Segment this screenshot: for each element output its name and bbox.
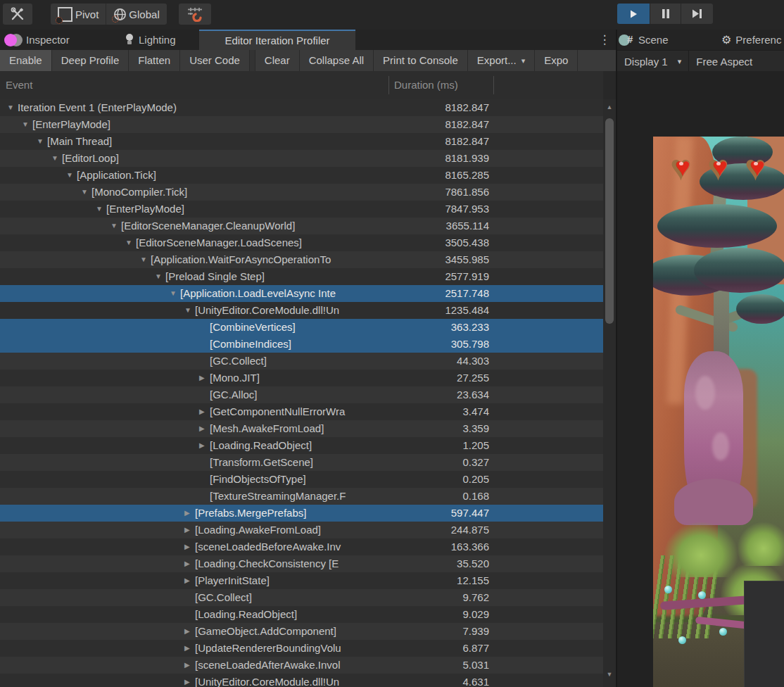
tree-expand-icon[interactable]: ▶ bbox=[184, 505, 190, 522]
display-dropdown[interactable]: Display 1 ▾ bbox=[617, 51, 689, 72]
tree-row[interactable]: [CombineIndices]305.798 bbox=[0, 336, 603, 353]
duration-value: 7.939 bbox=[388, 623, 489, 640]
tree-row[interactable]: ▼[EnterPlayMode]7847.953 bbox=[0, 201, 603, 218]
tab-scene[interactable]: # Scene bbox=[619, 30, 669, 50]
tree-row[interactable]: [GC.Alloc]23.634 bbox=[0, 386, 603, 403]
tree-collapse-icon[interactable]: ▼ bbox=[22, 116, 29, 133]
tree-collapse-icon[interactable]: ▼ bbox=[110, 218, 118, 234]
tree-collapse-icon[interactable]: ▼ bbox=[140, 251, 147, 268]
tree-collapse-icon[interactable]: ▼ bbox=[155, 268, 162, 285]
tree-expand-icon[interactable]: ▶ bbox=[184, 538, 190, 555]
tree-row[interactable]: ▶[Loading.ReadObject]1.205 bbox=[0, 437, 603, 454]
tree-collapse-icon[interactable]: ▼ bbox=[66, 167, 73, 184]
duration-value: 23.634 bbox=[388, 386, 489, 403]
print-to-console-button[interactable]: Print to Console bbox=[374, 50, 468, 71]
tree-expand-icon[interactable]: ▶ bbox=[199, 370, 205, 386]
tree-expand-icon[interactable]: ▶ bbox=[199, 437, 205, 454]
tree-expand-icon[interactable]: ▶ bbox=[199, 403, 205, 420]
tree-row[interactable]: [GC.Collect]44.303 bbox=[0, 353, 603, 370]
tree-collapse-icon[interactable]: ▼ bbox=[125, 234, 132, 251]
tree-row[interactable]: ▼[Application.WaitForAsyncOperationTo345… bbox=[0, 251, 603, 268]
tree-row[interactable]: ▼[Preload Single Step]2577.919 bbox=[0, 268, 603, 285]
tree-expand-icon[interactable]: ▶ bbox=[184, 674, 190, 687]
column-divider[interactable] bbox=[388, 76, 389, 94]
aspect-dropdown[interactable]: Free Aspect bbox=[689, 51, 759, 72]
tree-collapse-icon[interactable]: ▼ bbox=[96, 201, 103, 218]
column-divider[interactable] bbox=[493, 76, 494, 94]
tree-row[interactable]: ▶[Prefabs.MergePrefabs]597.447 bbox=[0, 505, 603, 522]
scrollbar-thumb[interactable] bbox=[605, 118, 614, 324]
play-button[interactable] bbox=[617, 4, 650, 24]
duration-value: 2517.748 bbox=[388, 285, 489, 302]
tree-expand-icon[interactable]: ▶ bbox=[184, 572, 190, 589]
tree-collapse-icon[interactable]: ▼ bbox=[170, 285, 177, 302]
pivot-button[interactable]: Pivot bbox=[51, 4, 106, 25]
tree-expand-icon[interactable]: ▶ bbox=[184, 555, 190, 572]
tab-lighting[interactable]: Lighting bbox=[125, 30, 176, 50]
scroll-down-icon[interactable]: ▼ bbox=[603, 669, 616, 679]
duration-column-header[interactable]: Duration (ms) bbox=[394, 71, 458, 99]
tree-row[interactable]: [TextureStreamingManager.F0.168 bbox=[0, 488, 603, 505]
tab-inspector-label: Inspector bbox=[26, 34, 70, 46]
tree-row[interactable]: [CombineVertices]363.233 bbox=[0, 319, 603, 336]
user-code-button[interactable]: User Code bbox=[180, 50, 250, 71]
tree-row[interactable]: [Loading.ReadObject]9.029 bbox=[0, 606, 603, 623]
tree-collapse-icon[interactable]: ▼ bbox=[37, 133, 44, 150]
tab-editor-iteration-profiler[interactable]: Editor Iteration Profiler bbox=[199, 30, 355, 50]
tree-row[interactable]: ▼[EditorSceneManager.LoadScenes]3505.438 bbox=[0, 234, 603, 251]
flatten-button[interactable]: Flatten bbox=[129, 50, 180, 71]
grid-snapping-button[interactable] bbox=[179, 4, 211, 25]
tree-row[interactable]: ▶[GameObject.AddComponent]7.939 bbox=[0, 623, 603, 640]
export-dropdown-button[interactable]: Export... ▾ bbox=[468, 50, 535, 71]
tree-row[interactable]: ▼[EnterPlayMode]8182.847 bbox=[0, 116, 603, 133]
global-button[interactable]: Global bbox=[106, 4, 166, 25]
tree-expand-icon[interactable]: ▶ bbox=[184, 522, 190, 538]
tree-expand-icon[interactable]: ▶ bbox=[199, 420, 205, 437]
pause-button[interactable] bbox=[650, 4, 681, 24]
tab-preferences[interactable]: ⚙ Preferenc bbox=[721, 30, 781, 50]
tree-row[interactable]: ▶[Loading.AwakeFromLoad]244.875 bbox=[0, 522, 603, 538]
export-button[interactable]: Expo bbox=[535, 50, 578, 71]
tree-expand-icon[interactable]: ▶ bbox=[184, 640, 190, 657]
tree-row[interactable]: ▼[Main Thread]8182.847 bbox=[0, 133, 603, 150]
event-column-header[interactable]: Event bbox=[6, 71, 32, 99]
tree-row[interactable]: ▶[PlayerInitState]12.155 bbox=[0, 572, 603, 589]
tree-row[interactable]: ▼[EditorSceneManager.CleanupWorld]3655.1… bbox=[0, 218, 603, 234]
custom-tools-button[interactable] bbox=[3, 4, 32, 25]
vertical-scrollbar[interactable]: ▲ ▼ bbox=[603, 99, 616, 687]
step-button[interactable] bbox=[681, 4, 713, 24]
tab-inspector[interactable]: Inspector bbox=[4, 30, 70, 50]
tree-expand-icon[interactable]: ▶ bbox=[184, 657, 190, 674]
collapse-all-button[interactable]: Collapse All bbox=[300, 50, 374, 71]
more-menu-icon[interactable]: ⋮ bbox=[598, 32, 612, 49]
tree-row[interactable]: ▶[Mesh.AwakeFromLoad]3.359 bbox=[0, 420, 603, 437]
deep-profile-button[interactable]: Deep Profile bbox=[52, 50, 129, 71]
scroll-up-icon[interactable]: ▲ bbox=[603, 102, 616, 112]
tree-row[interactable]: [Transform.GetScene]0.327 bbox=[0, 454, 603, 471]
tree-row[interactable]: ▶[Loading.CheckConsistency [E35.520 bbox=[0, 555, 603, 572]
tree-row[interactable]: ▶[sceneLoadedAfterAwake.Invol5.031 bbox=[0, 657, 603, 674]
tree-row[interactable]: ▼[Application.LoadLevelAsync Inte2517.74… bbox=[0, 285, 603, 302]
tree-row[interactable]: ▶[UnityEditor.CoreModule.dll!Un4.631 bbox=[0, 674, 603, 687]
tree-row[interactable]: [GC.Collect]9.762 bbox=[0, 589, 603, 606]
tree-expand-icon[interactable]: ▶ bbox=[184, 623, 190, 640]
tree-row[interactable]: ▶[UpdateRendererBoundingVolu6.877 bbox=[0, 640, 603, 657]
tree-row[interactable]: ▼Iteration Event 1 (EnterPlayMode)8182.8… bbox=[0, 99, 603, 116]
event-label: [GameObject.AddComponent] bbox=[195, 623, 386, 640]
tree-collapse-icon[interactable]: ▼ bbox=[81, 184, 88, 201]
tree-row[interactable]: ▶[Mono.JIT]27.255 bbox=[0, 370, 603, 386]
tree-row[interactable]: ▶[GetComponentNullErrorWra3.474 bbox=[0, 403, 603, 420]
clear-button[interactable]: Clear bbox=[255, 50, 300, 71]
tree-row[interactable]: ▶[sceneLoadedBeforeAwake.Inv163.366 bbox=[0, 538, 603, 555]
tree-row[interactable]: [FindObjectsOfType]0.205 bbox=[0, 471, 603, 488]
tree-row[interactable]: ▼[UnityEditor.CoreModule.dll!Un1235.484 bbox=[0, 302, 603, 319]
tree-collapse-icon[interactable]: ▼ bbox=[51, 150, 58, 167]
tree-row[interactable]: ▼[EditorLoop]8181.939 bbox=[0, 150, 603, 167]
tree-collapse-icon[interactable]: ▼ bbox=[7, 99, 14, 116]
event-label: [Mesh.AwakeFromLoad] bbox=[210, 420, 386, 437]
tree-row[interactable]: ▼[MonoCompiler.Tick]7861.856 bbox=[0, 184, 603, 201]
tree-collapse-icon[interactable]: ▼ bbox=[184, 302, 191, 319]
tree-row[interactable]: ▼[Application.Tick]8165.285 bbox=[0, 167, 603, 184]
enable-button[interactable]: Enable bbox=[0, 50, 52, 71]
duration-value: 0.327 bbox=[388, 454, 489, 471]
